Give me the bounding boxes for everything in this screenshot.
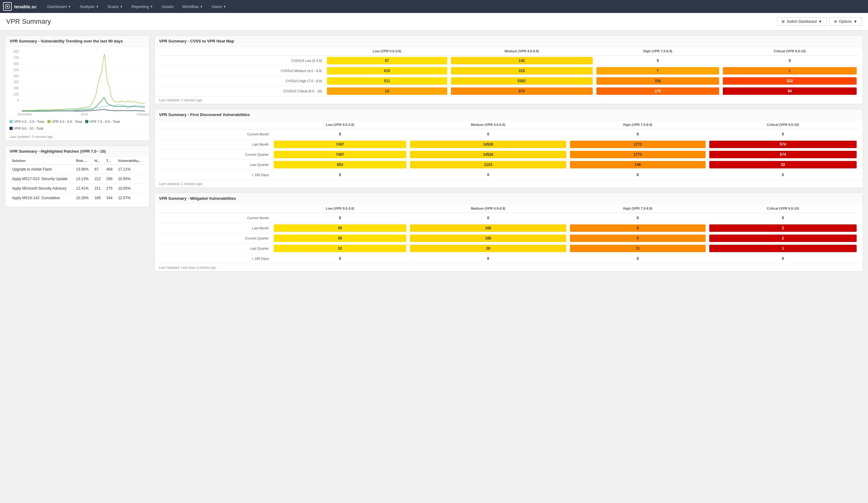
- heatmap-table: Low (VPR 0.0-3.9)Medium (VPR 4.0-6.9)Hig…: [159, 47, 858, 96]
- value-cell-2[interactable]: 0: [595, 56, 721, 66]
- heatmap-title: VPR Summary - CVSS to VPR Heat Map: [155, 36, 863, 47]
- value-cell-0[interactable]: 7497: [272, 139, 408, 150]
- heat-cell: 2: [709, 224, 857, 232]
- col-risk: Risk ...: [73, 157, 92, 165]
- value-cell-0[interactable]: 603: [272, 160, 408, 170]
- col-header-4: Critical (VPR 9.0-10): [707, 120, 858, 129]
- value-cell-3[interactable]: 0: [707, 254, 858, 264]
- nav-dashboard-arrow: ▼: [68, 5, 71, 8]
- mitigated-title: VPR Summary - Mitigated Vulnerabilities: [155, 193, 863, 204]
- value-cell-3[interactable]: 0: [707, 129, 858, 139]
- value-cell-2[interactable]: 146: [568, 160, 707, 170]
- vuln-cell: 10.93%: [116, 174, 145, 184]
- options-button[interactable]: ⚙ Options ▼: [829, 17, 862, 26]
- value-cell-1[interactable]: 142: [449, 56, 595, 66]
- patches-card: VPR Summary - Highlighted Patches (VPR 7…: [5, 145, 149, 207]
- brand-icon: [3, 2, 12, 11]
- first-discovered-title: VPR Summary - First Discovered Vulnerabi…: [155, 109, 863, 120]
- value-cell-2[interactable]: 0: [568, 170, 707, 180]
- heat-cell: 0: [410, 255, 566, 262]
- heat-cell: 0: [709, 214, 857, 222]
- value-cell-1[interactable]: 1103: [408, 160, 568, 170]
- value-cell-2[interactable]: 1773: [568, 150, 707, 160]
- value-cell-2[interactable]: 170: [595, 86, 721, 96]
- t-cell: 275: [104, 184, 116, 193]
- nav-reporting[interactable]: Reporting ▼: [127, 0, 157, 13]
- value-cell-0[interactable]: 0: [272, 129, 408, 139]
- value-cell-1[interactable]: 14526: [408, 139, 568, 150]
- value-cell-1[interactable]: 0: [408, 170, 568, 180]
- value-cell-3[interactable]: 574: [707, 150, 858, 160]
- value-cell-0[interactable]: 511: [325, 76, 449, 86]
- nav-workflow[interactable]: Workflow ▼: [178, 0, 207, 13]
- value-cell-1[interactable]: 0: [408, 254, 568, 264]
- value-cell-0[interactable]: 52: [272, 243, 408, 254]
- value-cell-2[interactable]: 11: [568, 243, 707, 254]
- row-label: Last Quarter: [159, 243, 272, 254]
- value-cell-1[interactable]: 0: [408, 129, 568, 139]
- value-cell-3[interactable]: 33: [707, 160, 858, 170]
- heat-cell: 9: [570, 224, 706, 232]
- value-cell-3[interactable]: 322: [721, 76, 858, 86]
- value-cell-0[interactable]: 67: [325, 56, 449, 66]
- value-cell-2[interactable]: 0: [568, 213, 707, 223]
- value-cell-3[interactable]: 1: [707, 243, 858, 254]
- nav-analysis[interactable]: Analysis ▼: [75, 0, 103, 13]
- nav-scans[interactable]: Scans ▼: [103, 0, 127, 13]
- row-label: CVSSv3 High (7.0 - 8.9): [159, 76, 325, 86]
- nav-assets[interactable]: Assets: [157, 0, 178, 13]
- value-cell-2[interactable]: 338: [595, 76, 721, 86]
- value-cell-3[interactable]: 0: [721, 56, 858, 66]
- value-cell-1[interactable]: 166: [408, 233, 568, 243]
- value-cell-0[interactable]: 0: [272, 213, 408, 223]
- value-cell-0[interactable]: 615: [325, 66, 449, 76]
- value-cell-1[interactable]: 5262: [449, 76, 595, 86]
- value-cell-0[interactable]: 95: [272, 233, 408, 243]
- value-cell-0[interactable]: 14: [325, 86, 449, 96]
- value-cell-2[interactable]: 9: [568, 223, 707, 233]
- value-cell-3[interactable]: 1: [721, 66, 858, 76]
- value-cell-3[interactable]: 2: [707, 223, 858, 233]
- value-cell-3[interactable]: 2: [707, 233, 858, 243]
- value-cell-2[interactable]: 9: [568, 233, 707, 243]
- heat-cell: 14526: [410, 151, 566, 158]
- legend-dot-high: [85, 120, 88, 123]
- value-cell-3[interactable]: 94: [721, 86, 858, 96]
- switch-dashboard-button[interactable]: ⊞ Switch Dashboard ▼: [777, 17, 826, 26]
- value-cell-0[interactable]: 7497: [272, 150, 408, 160]
- value-cell-2[interactable]: 7: [595, 66, 721, 76]
- value-cell-3[interactable]: 0: [707, 213, 858, 223]
- value-cell-2[interactable]: 1773: [568, 139, 707, 150]
- value-cell-3[interactable]: 574: [707, 139, 858, 150]
- nav-users-arrow: ▼: [223, 5, 226, 8]
- value-cell-3[interactable]: 0: [707, 170, 858, 180]
- col-header-4: Critical (VPR 9.0-10): [707, 204, 858, 213]
- heat-cell: 142: [451, 57, 593, 64]
- heat-cell: 5262: [451, 77, 593, 85]
- risk-cell: 10.26%: [73, 193, 92, 203]
- value-cell-1[interactable]: 0: [408, 213, 568, 223]
- value-cell-0[interactable]: 0: [272, 170, 408, 180]
- value-cell-1[interactable]: 14526: [408, 150, 568, 160]
- value-cell-1[interactable]: 970: [449, 86, 595, 96]
- value-cell-2[interactable]: 0: [568, 254, 707, 264]
- legend-dot-critical: [10, 127, 13, 130]
- value-cell-1[interactable]: 28: [408, 243, 568, 254]
- brand[interactable]: tenable.sc: [3, 2, 37, 11]
- heat-cell: 0: [570, 214, 706, 222]
- heat-cell: 0: [709, 171, 857, 179]
- table-row: CVSSv3 Medium (4.0 - 6.9)61531071: [159, 66, 858, 76]
- value-cell-0[interactable]: 95: [272, 223, 408, 233]
- heat-cell: 166: [410, 234, 566, 242]
- value-cell-2[interactable]: 0: [568, 129, 707, 139]
- legend-dot-medium: [48, 120, 50, 123]
- nav-dashboard[interactable]: Dashboard ▼: [43, 0, 75, 13]
- heat-cell: 0: [274, 214, 406, 222]
- value-cell-1[interactable]: 310: [449, 66, 595, 76]
- heat-cell: 146: [570, 161, 706, 168]
- nav-users[interactable]: Users ▼: [207, 0, 231, 13]
- row-label: Last Quarter: [159, 160, 272, 170]
- heat-cell: 14: [327, 88, 447, 95]
- value-cell-0[interactable]: 0: [272, 254, 408, 264]
- value-cell-1[interactable]: 166: [408, 223, 568, 233]
